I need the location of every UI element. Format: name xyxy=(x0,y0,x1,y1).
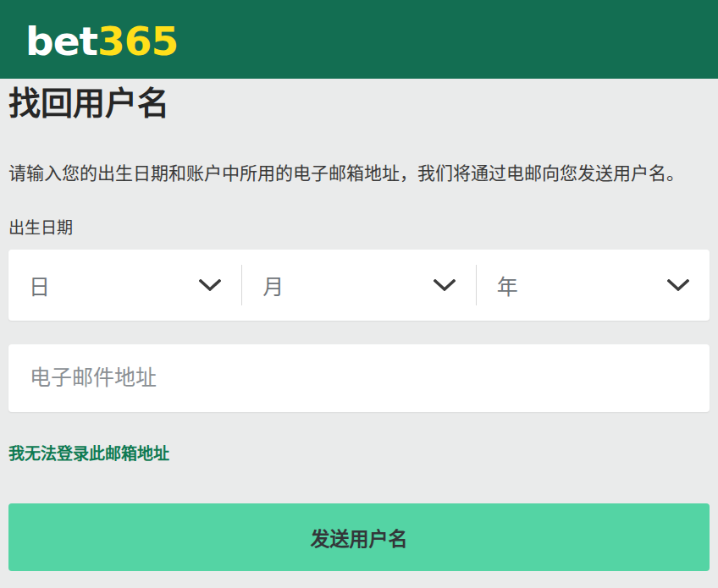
dob-select-row: 日 月 年 xyxy=(8,250,710,321)
instructions-text: 请输入您的出生日期和账户中所用的电子邮箱地址，我们将通过电邮向您发送用户名。 xyxy=(8,162,710,184)
email-field-container xyxy=(8,344,710,412)
page-title: 找回用户名 xyxy=(8,85,710,123)
dob-year-select[interactable]: 年 xyxy=(477,250,710,321)
email-input[interactable] xyxy=(8,344,710,412)
logo-365-text: 365 xyxy=(97,18,178,64)
dob-day-select[interactable]: 日 xyxy=(8,250,241,321)
bet365-logo[interactable]: bet365 xyxy=(25,18,178,61)
dob-day-value: 日 xyxy=(29,270,50,300)
dob-month-value: 月 xyxy=(262,270,284,300)
logo-bet-text: bet xyxy=(25,18,97,64)
chevron-down-icon xyxy=(667,279,689,291)
cant-access-email-link[interactable]: 我无法登录此邮箱地址 xyxy=(8,445,169,464)
header-bar: bet365 xyxy=(0,0,718,79)
dob-label: 出生日期 xyxy=(8,219,710,238)
main-content: 找回用户名 请输入您的出生日期和账户中所用的电子邮箱地址，我们将通过电邮向您发送… xyxy=(0,79,718,571)
dob-month-select[interactable]: 月 xyxy=(242,250,475,321)
dob-year-value: 年 xyxy=(497,270,518,300)
chevron-down-icon xyxy=(199,279,221,291)
send-username-button[interactable]: 发送用户名 xyxy=(8,503,710,571)
chevron-down-icon xyxy=(434,279,456,291)
